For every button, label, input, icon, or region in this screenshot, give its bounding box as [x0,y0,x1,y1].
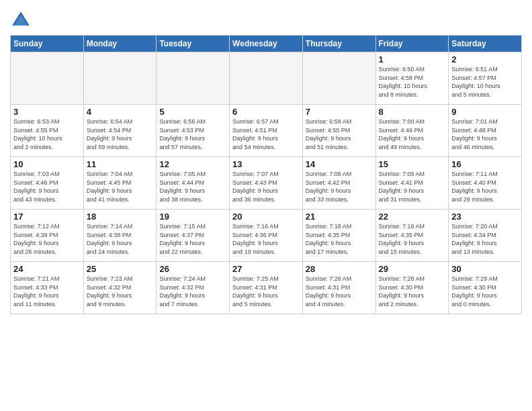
day-info: Sunrise: 7:19 AM Sunset: 4:35 PM Dayligh… [379,222,446,256]
day-info: Sunrise: 7:25 AM Sunset: 4:31 PM Dayligh… [232,275,300,308]
calendar-cell [157,52,230,105]
day-number: 5 [159,107,226,117]
day-info: Sunrise: 7:07 AM Sunset: 4:43 PM Dayligh… [232,170,300,203]
day-number: 14 [306,159,373,169]
day-number: 27 [232,264,300,274]
day-info: Sunrise: 7:20 AM Sunset: 4:34 PM Dayligh… [451,222,519,256]
day-number: 25 [87,264,154,274]
calendar-cell: 30Sunrise: 7:29 AM Sunset: 4:30 PM Dayli… [449,262,522,314]
day-number: 11 [87,159,154,169]
day-info: Sunrise: 7:16 AM Sunset: 4:36 PM Dayligh… [232,222,300,256]
day-info: Sunrise: 7:08 AM Sunset: 4:42 PM Dayligh… [306,170,373,203]
calendar-cell: 4Sunrise: 6:54 AM Sunset: 4:54 PM Daylig… [83,105,157,157]
calendar-cell: 22Sunrise: 7:19 AM Sunset: 4:35 PM Dayli… [375,210,449,262]
calendar-cell [230,52,303,105]
calendar-header-friday: Friday [375,36,449,52]
day-info: Sunrise: 6:51 AM Sunset: 4:57 PM Dayligh… [451,65,519,99]
day-number: 2 [451,54,519,64]
day-info: Sunrise: 7:28 AM Sunset: 4:30 PM Dayligh… [379,275,446,308]
calendar-cell [83,52,157,105]
calendar-cell: 21Sunrise: 7:18 AM Sunset: 4:35 PM Dayli… [302,210,375,262]
day-info: Sunrise: 7:09 AM Sunset: 4:41 PM Dayligh… [379,170,446,203]
calendar-header-wednesday: Wednesday [230,36,303,52]
day-number: 13 [232,159,300,169]
calendar-cell: 14Sunrise: 7:08 AM Sunset: 4:42 PM Dayli… [302,157,375,210]
calendar-cell [302,52,375,105]
day-number: 20 [232,212,300,222]
day-info: Sunrise: 7:18 AM Sunset: 4:35 PM Dayligh… [306,222,373,256]
day-number: 1 [379,54,446,64]
calendar-week-3: 17Sunrise: 7:12 AM Sunset: 4:39 PM Dayli… [11,210,522,262]
calendar-cell: 2Sunrise: 6:51 AM Sunset: 4:57 PM Daylig… [449,52,522,105]
day-info: Sunrise: 7:11 AM Sunset: 4:40 PM Dayligh… [451,170,519,203]
day-info: Sunrise: 7:14 AM Sunset: 4:38 PM Dayligh… [87,222,154,256]
day-number: 8 [379,107,446,117]
day-info: Sunrise: 7:23 AM Sunset: 4:32 PM Dayligh… [87,275,154,308]
day-info: Sunrise: 6:50 AM Sunset: 4:58 PM Dayligh… [379,65,446,99]
day-number: 26 [159,264,226,274]
calendar-cell: 13Sunrise: 7:07 AM Sunset: 4:43 PM Dayli… [230,157,303,210]
day-number: 24 [13,264,81,274]
calendar-week-1: 3Sunrise: 6:53 AM Sunset: 4:55 PM Daylig… [11,105,522,157]
day-number: 30 [451,264,519,274]
day-info: Sunrise: 7:29 AM Sunset: 4:30 PM Dayligh… [451,275,519,308]
day-info: Sunrise: 6:58 AM Sunset: 4:50 PM Dayligh… [306,118,373,151]
day-info: Sunrise: 6:56 AM Sunset: 4:53 PM Dayligh… [159,118,226,151]
logo-icon [10,9,32,31]
day-number: 3 [13,107,81,117]
calendar-table: SundayMondayTuesdayWednesdayThursdayFrid… [10,35,522,314]
day-number: 10 [13,159,81,169]
calendar-header-saturday: Saturday [449,36,522,52]
day-number: 16 [451,159,519,169]
day-number: 22 [379,212,446,222]
day-number: 18 [87,212,154,222]
calendar-cell: 29Sunrise: 7:28 AM Sunset: 4:30 PM Dayli… [375,262,449,314]
day-info: Sunrise: 7:24 AM Sunset: 4:32 PM Dayligh… [159,275,226,308]
header [10,7,522,31]
logo [10,9,34,31]
calendar-cell: 23Sunrise: 7:20 AM Sunset: 4:34 PM Dayli… [449,210,522,262]
calendar-week-4: 24Sunrise: 7:21 AM Sunset: 4:33 PM Dayli… [11,262,522,314]
calendar-cell: 24Sunrise: 7:21 AM Sunset: 4:33 PM Dayli… [11,262,84,314]
calendar-header-tuesday: Tuesday [157,36,230,52]
day-info: Sunrise: 7:26 AM Sunset: 4:31 PM Dayligh… [306,275,373,308]
calendar-cell: 20Sunrise: 7:16 AM Sunset: 4:36 PM Dayli… [230,210,303,262]
calendar-header-monday: Monday [83,36,157,52]
calendar-cell: 3Sunrise: 6:53 AM Sunset: 4:55 PM Daylig… [11,105,84,157]
calendar-cell: 18Sunrise: 7:14 AM Sunset: 4:38 PM Dayli… [83,210,157,262]
day-number: 28 [306,264,373,274]
day-info: Sunrise: 7:00 AM Sunset: 4:49 PM Dayligh… [379,118,446,151]
day-number: 9 [451,107,519,117]
calendar-cell: 12Sunrise: 7:05 AM Sunset: 4:44 PM Dayli… [157,157,230,210]
day-info: Sunrise: 7:01 AM Sunset: 4:48 PM Dayligh… [451,118,519,151]
calendar-cell: 15Sunrise: 7:09 AM Sunset: 4:41 PM Dayli… [375,157,449,210]
calendar-cell: 5Sunrise: 6:56 AM Sunset: 4:53 PM Daylig… [157,105,230,157]
calendar-week-2: 10Sunrise: 7:03 AM Sunset: 4:46 PM Dayli… [11,157,522,210]
calendar-cell: 10Sunrise: 7:03 AM Sunset: 4:46 PM Dayli… [11,157,84,210]
calendar-cell: 26Sunrise: 7:24 AM Sunset: 4:32 PM Dayli… [157,262,230,314]
calendar-cell: 17Sunrise: 7:12 AM Sunset: 4:39 PM Dayli… [11,210,84,262]
calendar-header-sunday: Sunday [11,36,84,52]
calendar-cell: 8Sunrise: 7:00 AM Sunset: 4:49 PM Daylig… [375,105,449,157]
calendar-cell: 16Sunrise: 7:11 AM Sunset: 4:40 PM Dayli… [449,157,522,210]
calendar-cell [11,52,84,105]
day-number: 4 [87,107,154,117]
calendar-cell: 28Sunrise: 7:26 AM Sunset: 4:31 PM Dayli… [302,262,375,314]
day-info: Sunrise: 7:05 AM Sunset: 4:44 PM Dayligh… [159,170,226,203]
day-number: 12 [159,159,226,169]
day-number: 19 [159,212,226,222]
calendar-cell: 27Sunrise: 7:25 AM Sunset: 4:31 PM Dayli… [230,262,303,314]
day-number: 6 [232,107,300,117]
day-number: 17 [13,212,81,222]
calendar-cell: 1Sunrise: 6:50 AM Sunset: 4:58 PM Daylig… [375,52,449,105]
calendar-cell: 9Sunrise: 7:01 AM Sunset: 4:48 PM Daylig… [449,105,522,157]
calendar-cell: 19Sunrise: 7:15 AM Sunset: 4:37 PM Dayli… [157,210,230,262]
day-info: Sunrise: 7:15 AM Sunset: 4:37 PM Dayligh… [159,222,226,256]
day-info: Sunrise: 6:53 AM Sunset: 4:55 PM Dayligh… [13,118,81,151]
day-info: Sunrise: 6:54 AM Sunset: 4:54 PM Dayligh… [87,118,154,151]
calendar-header-thursday: Thursday [302,36,375,52]
day-info: Sunrise: 7:04 AM Sunset: 4:45 PM Dayligh… [87,170,154,203]
day-number: 23 [451,212,519,222]
day-number: 15 [379,159,446,169]
day-info: Sunrise: 7:03 AM Sunset: 4:46 PM Dayligh… [13,170,81,203]
